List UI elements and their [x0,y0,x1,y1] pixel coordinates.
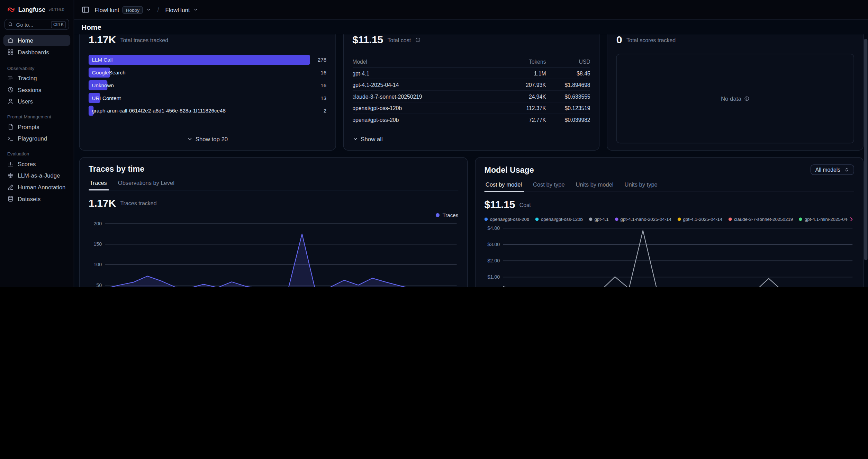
svg-text:$3.00: $3.00 [487,242,500,247]
legend-dot [485,218,488,221]
tab-traces[interactable]: Traces [89,177,112,190]
table-cell: 24.94K [498,93,546,100]
legend-item[interactable]: gpt-4.1-mini-2025-04-14 [799,216,848,222]
sidebar-item-label: Sessions [18,87,41,93]
sidebar-item-tracing[interactable]: Tracing [3,73,71,84]
app-logo-row[interactable]: Langfuse v3.116.0 [0,0,74,19]
show-top-20-button[interactable]: Show top 20 [89,136,326,143]
bar-row[interactable]: LLM Call278 [89,55,326,65]
table-cell: claude-3-7-sonnet-20250219 [352,93,498,100]
app-version: v3.116.0 [49,7,64,12]
legend-item[interactable]: gpt-4.1-nano-2025-04-14 [615,216,671,222]
table-row[interactable]: openai/gpt-oss-20b72.77K$0.039982 [352,114,590,125]
svg-text:$4.00: $4.00 [487,225,500,231]
tab-units-by-model[interactable]: Units by model [570,179,619,192]
bar-value: 2 [324,108,326,114]
table-cell: openai/gpt-oss-120b [352,105,498,111]
legend-item[interactable]: gpt-4.1-2025-04-14 [677,216,722,222]
section-title: Prompt Management [7,114,66,119]
legend-item[interactable]: openai/gpt-oss-20b [485,216,530,222]
traces-total-label: Total traces tracked [120,37,168,43]
traces-legend: Traces [89,212,458,218]
sidebar-item-label: Human Annotation [18,184,65,190]
sidebar-item-home[interactable]: Home [3,35,71,46]
traces-line-chart: 05010015020010/6/25, 02:00 PM10/6/25, 07… [89,220,459,287]
table-cell: 112.37K [498,105,546,111]
project-breadcrumb[interactable]: FlowHunt [165,6,198,13]
page-header: Home [74,20,868,35]
scores-empty-state: No data [616,54,854,143]
legend-item[interactable]: openai/gpt-oss-120b [535,216,583,222]
sidebar-item-users[interactable]: Users [3,96,71,107]
sidebar-item-llm-as-a-judge[interactable]: LLM-as-a-Judge [3,170,71,181]
table-cell: $0.123519 [546,105,590,111]
legend-item[interactable]: claude-3-7-sonnet-20250219 [729,216,793,222]
tab-units-by-type[interactable]: Units by type [619,179,663,192]
table-header-row: ModelTokensUSD [352,56,590,68]
sidebar-item-dashboards[interactable]: Dashboards [3,46,71,57]
table-cell: $8.45 [546,70,590,76]
chevrons-up-down-icon [844,167,849,172]
model-usage-legend: openai/gpt-oss-20bopenai/gpt-oss-120bgpt… [485,216,854,223]
tab-cost-by-model[interactable]: Cost by model [485,179,527,192]
sidebar-item-label: Playground [18,135,47,142]
table-cell: $0.039982 [546,117,590,123]
tab-cost-by-type[interactable]: Cost by type [527,179,570,192]
sidebar-item-prompts[interactable]: Prompts [3,121,71,132]
app-name: Langfuse [18,6,45,13]
tab-observations-by-level[interactable]: Observations by Level [112,177,180,190]
go-to-search[interactable]: Go to... Ctrl K [4,19,69,30]
bar-row[interactable]: URLContent13 [89,93,326,103]
sidebar-toggle-icon[interactable] [81,6,90,14]
legend-label: gpt-4.1-mini-2025-04-14 [805,216,848,222]
bar-row[interactable]: GoogleSearch16 [89,68,326,78]
terminal-icon [7,135,14,142]
org-breadcrumb[interactable]: FlowHunt Hobby [95,6,151,14]
vertical-scrollbar[interactable] [864,39,868,260]
sidebar-item-datasets[interactable]: Datasets [3,193,71,204]
table-row[interactable]: gpt-4.1-2025-04-14207.93K$1.894698 [352,79,590,91]
model-filter-select[interactable]: All models [810,164,854,175]
bar-row[interactable]: graph-arun-call-0614f2e2-a8d1-456e-828a-… [89,106,326,116]
table-cell: openai/gpt-oss-20b [352,117,498,123]
search-icon [8,21,13,27]
sidebar-item-label: Users [18,98,33,105]
dashboard-content: 1.17K Total traces tracked LLM Call278Go… [74,34,868,287]
cost-total-value: $11.15 [352,34,383,46]
user-icon [7,98,14,105]
sidebar-section-observability: ObservabilityTracingSessionsUsers [0,65,74,107]
app: Langfuse v3.116.0 Go to... Ctrl K HomeDa… [0,0,868,287]
legend-label: Traces [443,212,459,218]
no-data-label: No data [721,95,741,102]
main-area: FlowHunt Hobby / FlowHunt Home 1.17K Tot… [74,0,868,287]
table-cell: 1.1M [498,70,546,76]
table-row[interactable]: claude-3-7-sonnet-2025021924.94K$0.63355… [352,91,590,102]
grid-icon [7,49,14,55]
sidebar-item-label: Dashboards [18,49,49,55]
bar-label: Unknown [92,82,114,89]
sidebar-item-sessions[interactable]: Sessions [3,84,71,95]
svg-text:150: 150 [93,241,102,247]
org-name: FlowHunt [95,6,119,13]
scores-total-value: 0 [616,34,622,46]
bar-value: 278 [318,57,326,63]
svg-text:50: 50 [96,282,102,287]
model-usage-value: $11.15 [485,199,515,211]
legend-label: openai/gpt-oss-20b [490,216,530,222]
sidebar-item-label: Scores [18,161,36,167]
legend-overflow-icon[interactable] [849,216,854,222]
sidebar-item-scores[interactable]: Scores [3,158,71,169]
legend-dot [535,218,539,221]
show-all-button[interactable]: Show all [352,136,590,143]
table-row[interactable]: openai/gpt-oss-120b112.37K$0.123519 [352,102,590,114]
bar-fill [89,55,310,65]
org-plan-badge: Hobby [123,6,143,14]
table-row[interactable]: gpt-4.11.1M$8.45 [352,68,590,79]
card-traces-by-time: Traces by time TracesObservations by Lev… [79,157,468,287]
bar-row[interactable]: Unknown16 [89,80,326,90]
sidebar-item-playground[interactable]: Playground [3,133,71,144]
legend-item[interactable]: gpt-4.1 [589,216,608,222]
sidebar-item-human-annotation[interactable]: Human Annotation [3,182,71,193]
legend-dot [436,213,440,217]
table-cell: $0.633555 [546,93,590,100]
